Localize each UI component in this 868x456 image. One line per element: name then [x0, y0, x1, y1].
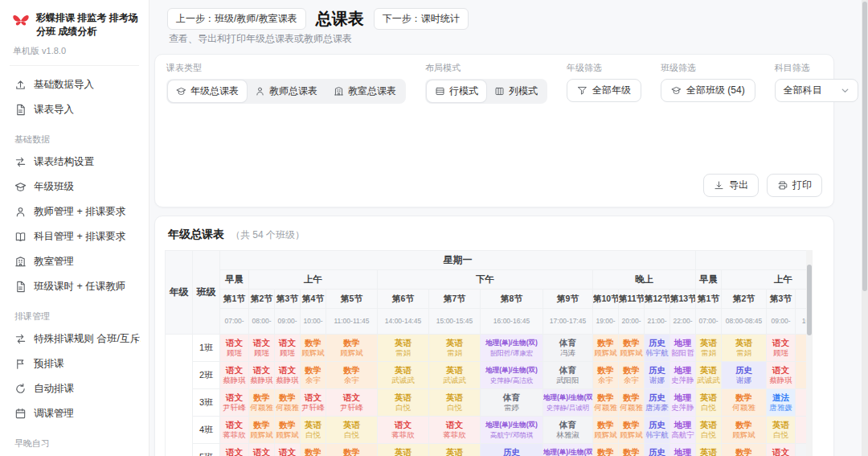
timetable-cell[interactable]: 语文蔡静琪	[220, 362, 249, 389]
timetable-cell[interactable]: 地理(单)/生物(双)高航宁/邓萌琪	[543, 444, 593, 456]
export-button[interactable]: 导出	[703, 174, 759, 197]
timetable-cell[interactable]: 体育雷婷	[481, 389, 543, 417]
timetable-cell[interactable]: 语文顾瑶	[220, 335, 249, 362]
timetable-cell[interactable]: 数学何颖雅	[249, 389, 275, 417]
timetable-cell[interactable]: 数学范萱雨	[301, 444, 326, 456]
timetable-cell[interactable]: 数学顾辉斌	[619, 417, 645, 444]
timetable-cell[interactable]: 语文蒋菲欣	[429, 417, 481, 444]
sidebar-item[interactable]: 早晚自习管理	[8, 454, 141, 456]
timetable-cell[interactable]: 英语白悦	[326, 417, 378, 444]
sidebar-item[interactable]: 课表结构设置	[8, 150, 141, 175]
sidebar-item[interactable]: 科目管理 + 排课要求	[8, 224, 141, 249]
sidebar-item[interactable]: 基础数据导入	[8, 72, 141, 97]
timetable-cell[interactable]: 语文王悦	[220, 444, 249, 456]
type-option-teacher[interactable]: 教师总课表	[247, 80, 326, 102]
sidebar-item[interactable]: 课表导入	[8, 97, 141, 122]
timetable-cell[interactable]: 英语李雨	[429, 444, 481, 456]
timetable-cell[interactable]: 数学顾辉斌	[275, 417, 301, 444]
timetable-cell[interactable]: 数学顾辉斌	[593, 335, 619, 362]
sidebar-item[interactable]: 教室管理	[8, 249, 141, 274]
layout-option-row[interactable]: 行模式	[427, 80, 486, 102]
timetable-cell[interactable]: 英语雷娟	[429, 335, 481, 362]
timetable-cell[interactable]: 体育林雅淑	[543, 417, 593, 444]
timetable-cell[interactable]: 英语白悦	[429, 389, 481, 417]
timetable-cell[interactable]: 数学顾辉斌	[249, 417, 275, 444]
timetable-cell[interactable]: 体育冯涛	[543, 335, 593, 362]
timetable-cell[interactable]: 数学范萱雨	[593, 444, 619, 456]
type-option-grade[interactable]: 年级总课表	[168, 80, 247, 102]
timetable-cell[interactable]: 体育武阳阳	[543, 362, 593, 389]
next-step-button[interactable]: 下一步：课时统计	[374, 8, 469, 30]
timetable-cell[interactable]: 地理史萍静	[670, 362, 696, 389]
timetable-cell[interactable]: 数学何颖雅	[593, 389, 619, 417]
timetable-cell[interactable]: 数学范萱雨	[326, 444, 378, 456]
timetable-cell[interactable]: 语文顾瑶	[249, 335, 275, 362]
timetable-cell[interactable]: 历史谢娜	[645, 362, 670, 389]
table-scrollbar-thumb[interactable]	[807, 265, 812, 335]
timetable-cell[interactable]: 地理(单)/生物(双)史萍静/吕诚明	[543, 389, 593, 417]
timetable-cell[interactable]: 语文蔡静琪	[767, 362, 796, 389]
timetable-cell[interactable]: 英语白悦	[378, 389, 429, 417]
timetable-cell[interactable]: 历史唐涛豪	[645, 389, 670, 417]
timetable-cell[interactable]: 语文顾瑶	[275, 335, 301, 362]
timetable-cell[interactable]: 历史韩宇航	[645, 335, 670, 362]
class-filter-button[interactable]: 全部班级 (54)	[661, 79, 755, 102]
subject-filter-select[interactable]: 全部科目	[775, 79, 858, 102]
timetable-cell[interactable]: 数学余宇	[593, 362, 619, 389]
timetable-cell[interactable]: 英语武诚武	[696, 362, 722, 389]
timetable-cell[interactable]: 历史韩宇航	[645, 417, 670, 444]
page-scrollbar-thumb[interactable]	[862, 2, 867, 291]
timetable-cell[interactable]: 数学余宇	[301, 362, 326, 389]
sidebar-item[interactable]: 班级课时 + 任课教师	[8, 274, 141, 299]
layout-option-column[interactable]: 列模式	[486, 80, 546, 102]
type-option-classroom[interactable]: 教室总课表	[326, 80, 404, 102]
timetable-cell[interactable]: 语文尹轩峰	[220, 389, 249, 417]
sidebar-item[interactable]: 教师管理 + 排课要求	[8, 199, 141, 224]
timetable-cell[interactable]: 历史唐涛豪	[645, 444, 670, 456]
timetable-cell[interactable]: 数学余宇	[326, 362, 378, 389]
sidebar-item[interactable]: 预排课	[8, 351, 141, 376]
timetable-cell[interactable]: 语文蒋菲欣	[220, 417, 249, 444]
timetable-cell[interactable]: 英语白悦	[301, 417, 326, 444]
timetable-cell[interactable]: 数学何颖雅	[722, 389, 767, 417]
timetable-cell[interactable]: 数学何颖雅	[275, 389, 301, 417]
timetable-cell[interactable]: 历史谢娜	[722, 362, 767, 389]
timetable-cell[interactable]: 地理高航宁	[670, 417, 696, 444]
timetable-cell[interactable]: 语文王悦	[249, 444, 275, 456]
timetable-cell[interactable]: 语文蔡静琪	[249, 362, 275, 389]
timetable-cell[interactable]: 数学范萱雨	[619, 444, 645, 456]
timetable-cell[interactable]: 语文尹轩峰	[326, 389, 378, 417]
timetable-cell[interactable]: 语文顾瑶	[767, 335, 796, 362]
timetable-cell[interactable]: 数学顾辉斌	[722, 417, 767, 444]
timetable-cell[interactable]: 英语雷娟	[722, 335, 767, 362]
sidebar-item[interactable]: 自动排课	[8, 376, 141, 401]
timetable-cell[interactable]: 英语白悦	[696, 417, 722, 444]
timetable-cell[interactable]: 道法唐雅媛	[767, 389, 796, 417]
timetable-cell[interactable]: 历史唐涛豪	[481, 444, 543, 456]
timetable-cell[interactable]: 数学顾辉斌	[593, 417, 619, 444]
timetable-cell[interactable]: 语文王悦	[275, 444, 301, 456]
timetable-cell[interactable]: 地理史萍静	[670, 389, 696, 417]
timetable-cell[interactable]: 地理(单)/生物(双)史萍静/高洁欣	[481, 362, 543, 389]
timetable-cell[interactable]: 地理(单)/生物(双)韶阳哲/谭康宏	[481, 335, 543, 362]
timetable-cell[interactable]: 数学范萱雨	[722, 444, 767, 456]
timetable-cell[interactable]: 英语李雨	[696, 444, 722, 456]
timetable-cell[interactable]: 数学顾辉斌	[301, 335, 326, 362]
timetable-cell[interactable]: 英语雷娟	[378, 335, 429, 362]
timetable-cell[interactable]: 地理(单)/生物(双)高航宁/邓萌琪	[481, 417, 543, 444]
sidebar-item[interactable]: 年级班级	[8, 175, 141, 199]
sidebar-item[interactable]: 调课管理	[8, 401, 141, 426]
timetable-cell[interactable]: 英语李雨	[378, 444, 429, 456]
timetable-cell[interactable]: 数学余宇	[619, 362, 645, 389]
timetable-cell[interactable]: 语文蔡静琪	[275, 362, 301, 389]
timetable-cell[interactable]: 英语武诚武	[378, 362, 429, 389]
timetable-cell[interactable]: 语文尹轩峰	[301, 389, 326, 417]
timetable-cell[interactable]: 数学顾辉斌	[326, 335, 378, 362]
timetable-cell[interactable]: 地理高航宁	[670, 444, 696, 456]
timetable-cell[interactable]: 英语白悦	[696, 389, 722, 417]
timetable-cell[interactable]: 英语武诚武	[429, 362, 481, 389]
sidebar-item[interactable]: 特殊排课规则 合班/互斥..	[8, 327, 141, 351]
prev-step-button[interactable]: 上一步：班级/教师/教室课表	[167, 8, 306, 30]
timetable-cell[interactable]: 英语白悦	[767, 417, 796, 444]
print-button[interactable]: 打印	[767, 174, 822, 197]
